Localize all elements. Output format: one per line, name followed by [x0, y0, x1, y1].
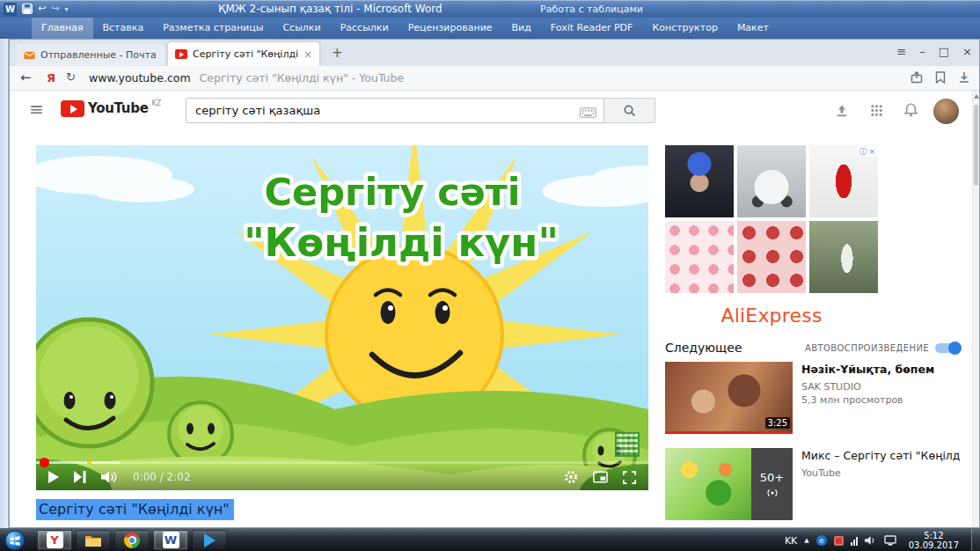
- tray-app-red-icon[interactable]: [834, 536, 844, 546]
- yandex-browser-icon: Y: [47, 532, 63, 548]
- video-player[interactable]: Сергіту сәті "Көңілді күн" 0:00 / 2:02: [36, 145, 648, 490]
- tray-volume-icon[interactable]: [865, 535, 877, 546]
- ad-info-icon[interactable]: ⓘ: [859, 146, 867, 157]
- browser-tab-mail[interactable]: Отправленные - Почта Ma: [17, 44, 165, 66]
- upload-icon[interactable]: [835, 104, 849, 121]
- hamburger-menu-icon[interactable]: ≡: [29, 99, 44, 120]
- reload-icon[interactable]: ↻: [66, 70, 76, 84]
- close-button[interactable]: ×: [962, 43, 972, 61]
- notifications-bell-icon[interactable]: [903, 102, 918, 121]
- video-overlay-title-line2: "Көңілді күн": [244, 219, 559, 266]
- tray-network-icon[interactable]: [884, 535, 896, 546]
- word-quick-access-toolbar: W ↩ ↪ ▾: [4, 2, 68, 16]
- page-scrollbar[interactable]: [972, 91, 979, 527]
- browser-tabbar: Отправленные - Почта Ma Сергіту сәті "Кө…: [10, 40, 979, 66]
- show-desktop-button[interactable]: [971, 529, 980, 551]
- suggestion-item-2[interactable]: 50+ Микс – Сергіту сәті "Көңілді күн" Yo…: [665, 448, 961, 522]
- share-icon[interactable]: [911, 71, 923, 84]
- suggestion-item-1[interactable]: 3:25 Нәзік-Ұйықта, бөпем SAK STUDIO 5,3 …: [665, 362, 961, 436]
- ribbon-tab-mailings[interactable]: Рассылки: [331, 18, 399, 39]
- ad-choices-badge[interactable]: ⓘ ×: [857, 146, 877, 157]
- save-icon[interactable]: [22, 4, 33, 14]
- downloads-icon[interactable]: [958, 71, 970, 84]
- ribbon-tab-foxit[interactable]: Foxit Reader PDF: [541, 18, 643, 39]
- ribbon-tab-references[interactable]: Ссылки: [273, 18, 330, 39]
- tab-close-icon[interactable]: ×: [304, 48, 312, 61]
- ad-close-icon[interactable]: ×: [868, 146, 875, 157]
- next-button[interactable]: [74, 471, 86, 483]
- ad-thumbnail-1[interactable]: [665, 145, 734, 217]
- suggestion-title: Микс – Сергіту сәті "Көңілді күн": [801, 449, 961, 463]
- clock-time: 5:12: [909, 531, 959, 540]
- youtube-logo[interactable]: YouTube KZ: [61, 100, 161, 117]
- volume-icon[interactable]: [101, 471, 118, 483]
- taskbar-item-word[interactable]: W: [153, 530, 188, 550]
- ad-thumbnail-2[interactable]: [737, 145, 806, 217]
- scrollbar-up-arrow[interactable]: [974, 94, 979, 99]
- play-button[interactable]: [48, 471, 59, 483]
- word-document-edge: [0, 39, 9, 528]
- mail-icon: [24, 51, 35, 60]
- ad-thumbnail-5[interactable]: [737, 221, 806, 293]
- channel-watermark: [615, 432, 640, 457]
- maximize-button[interactable]: □: [939, 43, 949, 61]
- taskbar-item-yandex-browser[interactable]: Y: [37, 530, 72, 550]
- autoplay-label: АВТОВОСПРОИЗВЕДЕНИЕ: [805, 343, 929, 353]
- language-indicator[interactable]: KK: [785, 535, 797, 547]
- suggestion-thumbnail[interactable]: 3:25: [665, 362, 793, 434]
- browser-tab-youtube[interactable]: Сергіту сәті "Көңілді күн" ×: [168, 42, 319, 66]
- settings-gear-icon[interactable]: [564, 470, 578, 484]
- sidebar: ⓘ × AliExpress Следующее АВТОВОСПРОИЗВЕД…: [665, 145, 961, 527]
- ribbon-tab-review[interactable]: Рецензирование: [399, 18, 502, 39]
- tree-large: [36, 320, 152, 446]
- bookmarks-icon[interactable]: [935, 71, 946, 84]
- keyboard-icon[interactable]: [580, 105, 596, 121]
- ribbon-tab-design[interactable]: Конструктор: [642, 18, 727, 39]
- ribbon-tab-layout[interactable]: Разметка страницы: [153, 18, 273, 39]
- ad-brand-label[interactable]: AliExpress: [665, 305, 878, 327]
- tray-app-blue-icon[interactable]: e: [816, 535, 827, 546]
- start-button[interactable]: [4, 530, 26, 551]
- taskbar-item-media-player[interactable]: [192, 530, 227, 550]
- new-tab-button[interactable]: +: [326, 45, 348, 61]
- url-field[interactable]: www.youtube.com Сергіту сәті "Көңілді кү…: [89, 66, 404, 90]
- undo-icon[interactable]: ↩: [38, 2, 46, 16]
- hidden-icons-chevron[interactable]: ▲: [804, 537, 808, 544]
- fullscreen-icon[interactable]: [623, 471, 636, 484]
- ribbon-tab-insert[interactable]: Вставка: [93, 18, 154, 39]
- search-input[interactable]: [186, 98, 604, 123]
- youtube-page: ≡ YouTube KZ: [10, 91, 974, 527]
- browser-window: Отправленные - Почта Ma Сергіту сәті "Кө…: [9, 39, 980, 528]
- suggestion-thumbnail[interactable]: 50+: [665, 448, 793, 520]
- taskbar-item-explorer[interactable]: [76, 530, 111, 550]
- redo-icon[interactable]: ↪: [51, 2, 59, 16]
- apps-grid-icon[interactable]: [870, 104, 883, 121]
- avatar[interactable]: [933, 99, 959, 124]
- word-app-icon[interactable]: W: [4, 3, 17, 16]
- minimize-button[interactable]: –: [919, 43, 925, 61]
- ad-thumbnail-4[interactable]: [665, 221, 734, 293]
- youtube-region-label: KZ: [152, 99, 162, 107]
- suggestion-channel: YouTube: [801, 467, 961, 479]
- miniplayer-icon[interactable]: [593, 471, 608, 483]
- ribbon-tab-table-layout[interactable]: Макет: [728, 18, 779, 39]
- ad-block[interactable]: ⓘ ×: [665, 145, 878, 293]
- mix-count-badge: 50+: [760, 471, 784, 484]
- taskbar-item-chrome[interactable]: [114, 530, 150, 550]
- search-button[interactable]: [604, 98, 655, 123]
- taskbar: Y W KK ▲ e 5:12 03.09.2: [0, 528, 980, 551]
- tray-signal-icon[interactable]: [851, 536, 858, 546]
- browser-menu-icon[interactable]: ≡: [896, 43, 906, 61]
- taskbar-clock[interactable]: 5:12 03.09.2017: [903, 531, 964, 550]
- qat-dropdown-icon[interactable]: ▾: [64, 5, 68, 13]
- back-button[interactable]: ←: [20, 70, 32, 85]
- scrollbar-thumb[interactable]: [974, 105, 978, 186]
- ad-thumbnail-6[interactable]: [809, 221, 878, 293]
- folder-icon: [84, 533, 102, 547]
- ribbon-tab-home[interactable]: Главная: [32, 18, 93, 39]
- ribbon-tab-view[interactable]: Вид: [502, 18, 541, 39]
- autoplay-toggle[interactable]: [935, 343, 961, 353]
- video-frame: Сергіту сәті "Көңілді күн": [36, 145, 648, 490]
- yandex-logo-icon[interactable]: Я: [47, 71, 55, 84]
- time-display: 0:00 / 2:02: [133, 471, 191, 483]
